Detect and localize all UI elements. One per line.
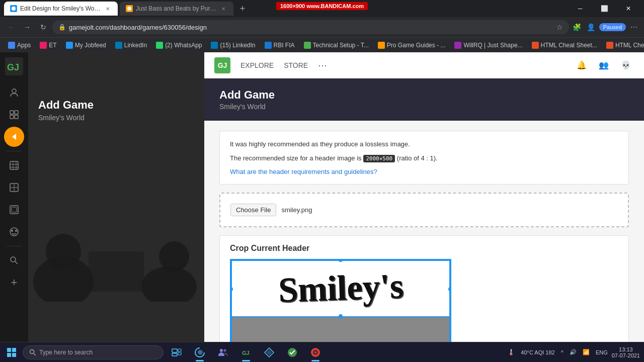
volume-icon[interactable]: 🔊 [568,349,579,355]
maximize-button[interactable]: ⬜ [593,0,616,17]
crop-top-region: Smiley's [231,260,450,316]
extensions-icon[interactable]: 🧩 [571,21,583,33]
svg-text:GJ: GJ [242,350,250,356]
svg-point-0 [12,7,16,11]
bandicam-overlay: 1600×900 www.BANDICAM.com [276,2,368,10]
choose-file-button[interactable]: Choose File [230,204,276,216]
settings-icon[interactable]: ⋯ [628,21,640,33]
sidebar-item-profile[interactable] [4,82,24,103]
address-text: gamejolt.com/dashboard/games/630056/desi… [69,24,553,31]
bookmark-willrq[interactable]: WillRQ | Just Shape... [450,41,526,50]
bookmark-linkedin[interactable]: LinkedIn [111,41,151,50]
bookmark-rbi[interactable]: RBI FIA [261,41,299,50]
svg-point-48 [314,351,316,353]
gj-sidebar: GJ [0,52,28,342]
friends-button[interactable]: 👥 [596,57,612,73]
bookmark-label-linkedin15: (15) LinkedIn [220,42,255,49]
tab-close-2[interactable]: ✕ [219,5,227,13]
gamejolt-logo[interactable]: GJ [4,56,24,76]
topnav-explore[interactable]: EXPLORE [240,61,274,69]
start-button[interactable] [0,342,23,363]
sidebar-item-back[interactable] [4,127,24,147]
extension-icons: 🧩 👤 Paused ⋯ [571,21,640,33]
bookmark-et[interactable]: ET [36,41,60,50]
svg-rect-30 [7,348,11,352]
window-controls: ─ ⬜ ✕ [569,0,640,17]
crop-handle-mid-center[interactable] [339,314,343,318]
bookmark-linkedin15[interactable]: (15) LinkedIn [207,41,259,50]
sidebar-item-search[interactable] [4,250,24,270]
bookmark-label-et: ET [49,42,56,49]
recommended-label: The recommended size for a header image … [230,154,362,162]
svg-point-34 [30,349,34,353]
address-bar[interactable]: 🔒 gamejolt.com/dashboard/games/630056/de… [52,20,569,34]
profile-icon[interactable]: 👤 [585,21,597,33]
crop-container[interactable]: Smiley's WORLD [230,259,451,342]
guidelines-link[interactable]: What are the header requirements and gui… [230,168,377,175]
bookmark-favicon-progame [378,42,385,49]
star-icon[interactable]: ☆ [556,23,563,31]
notification-button[interactable]: 🔔 [574,57,590,73]
minimize-button[interactable]: ─ [569,0,592,17]
taskbar-app-teams[interactable] [212,342,234,363]
weather-temp[interactable]: 🌡️ [506,349,517,355]
chevron-up-icon[interactable]: ^ [559,349,566,355]
svg-rect-39 [172,353,177,356]
language-display[interactable]: ENG [594,349,610,355]
bookmark-favicon-linkedin15 [211,42,218,49]
bookmark-whatsapp[interactable]: (2) WhatsApp [152,41,206,50]
taskbar-clock[interactable]: 13:13 07-07-2021 [612,346,640,358]
taskbar-app-taskview[interactable] [166,342,188,363]
topnav-more[interactable]: ⋯ [318,60,327,71]
svg-rect-36 [172,349,177,352]
silhouette-area [28,201,204,302]
bookmark-favicon-apps [8,42,15,49]
avatar-button[interactable]: 💀 [618,57,634,73]
taskbar-app-edge[interactable] [189,342,211,363]
refresh-button[interactable]: ↻ [36,20,50,34]
close-button[interactable]: ✕ [617,0,640,17]
bookmark-label-technical: Technical Setup - T... [313,42,369,49]
svg-rect-7 [10,115,14,119]
forward-button[interactable]: → [20,20,34,34]
bookmark-html1[interactable]: HTML Cheat Sheet... [528,41,601,50]
bookmark-label-html2: HTML Cheat Sheet... [615,42,644,49]
bookmark-favicon-html1 [532,42,539,49]
svg-rect-10 [10,161,18,169]
back-button[interactable]: ← [4,20,18,34]
topnav-logo[interactable]: GJ [214,57,230,73]
sidebar-item-grid1[interactable] [4,155,24,175]
crop-handle-right-mid[interactable] [448,287,451,291]
bookmark-html2[interactable]: HTML Cheat Sheet... [602,41,644,50]
sidebar-item-grid3[interactable] [4,200,24,220]
left-panel-title: Add Game [38,99,194,112]
bookmark-favicon-rbi [265,42,272,49]
taskbar-app-gamejolt[interactable] [258,342,280,363]
bookmark-favicon-whatsapp [156,42,163,49]
svg-rect-31 [12,348,16,352]
bookmark-jobfeed[interactable]: My Jobfeed [62,41,110,50]
taskbar-app-bandicam[interactable] [304,342,327,363]
svg-rect-32 [7,353,11,357]
temp-display: 40°C AQI 182 [519,349,556,355]
sidebar-item-grid4[interactable] [4,222,24,242]
taskbar-search[interactable]: Type here to search [23,345,164,359]
tab-bass-beats[interactable]: Just Bass and Beats by Purunjay... ✕ [120,2,233,16]
bookmark-technical[interactable]: Technical Setup - T... [300,41,373,50]
tab-add-button[interactable]: + [235,2,250,16]
clock-date: 07-07-2021 [612,352,640,358]
tab-edit-design[interactable]: Edit Design for Smiley's World - ... ✕ [4,2,118,16]
network-icon[interactable]: 📶 [581,349,592,355]
header-info-box: It was highly recommended as they produc… [219,131,629,185]
taskbar-app-edit-design[interactable]: GJ [235,342,257,363]
paused-button[interactable]: Paused [599,23,626,31]
sidebar-item-grid2[interactable] [4,177,24,198]
bookmark-progame[interactable]: Pro Game Guides - ... [374,41,450,50]
topnav-store[interactable]: STORE [284,61,308,69]
crop-bottom-region: WORLD [231,316,450,342]
tab-close-1[interactable]: ✕ [104,5,112,13]
sidebar-item-add[interactable]: + [4,273,24,293]
bookmark-apps[interactable]: Apps [4,41,35,50]
taskbar-app-checkmark[interactable] [281,342,303,363]
sidebar-item-dashboard[interactable] [4,105,24,125]
